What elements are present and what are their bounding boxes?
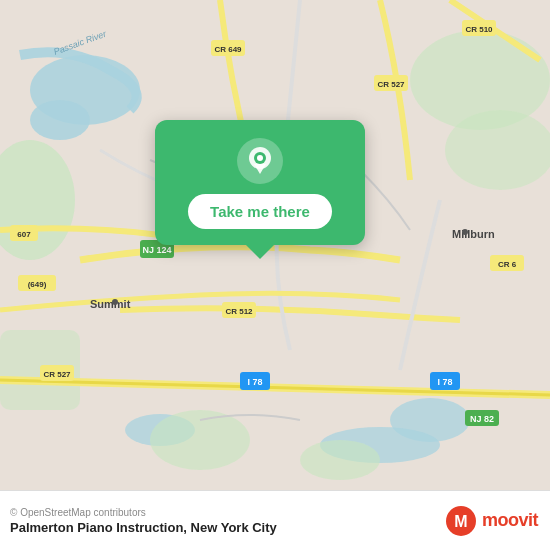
svg-point-8 bbox=[445, 110, 550, 190]
svg-text:CR 6: CR 6 bbox=[498, 260, 517, 269]
moovit-logo: M moovit bbox=[445, 505, 538, 537]
location-pin-icon bbox=[247, 146, 273, 176]
svg-text:CR 527: CR 527 bbox=[43, 370, 71, 379]
bottom-bar: © OpenStreetMap contributors Palmerton P… bbox=[0, 490, 550, 550]
svg-point-2 bbox=[30, 100, 90, 140]
svg-marker-44 bbox=[254, 164, 266, 174]
svg-text:CR 510: CR 510 bbox=[465, 25, 493, 34]
svg-text:NJ 124: NJ 124 bbox=[142, 245, 171, 255]
attribution-text: © OpenStreetMap contributors bbox=[10, 507, 277, 518]
take-me-there-button[interactable]: Take me there bbox=[188, 194, 332, 229]
moovit-brand-icon: M bbox=[445, 505, 477, 537]
svg-text:M: M bbox=[454, 513, 467, 530]
svg-text:Summit: Summit bbox=[90, 298, 131, 310]
location-icon-wrap bbox=[237, 138, 283, 184]
svg-text:Millburn: Millburn bbox=[452, 228, 495, 240]
svg-text:I 78: I 78 bbox=[247, 377, 262, 387]
svg-point-43 bbox=[257, 155, 263, 161]
moovit-brand-text: moovit bbox=[482, 510, 538, 531]
svg-text:CR 512: CR 512 bbox=[225, 307, 253, 316]
place-name-text: Palmerton Piano Instruction, New York Ci… bbox=[10, 520, 277, 535]
svg-point-11 bbox=[300, 440, 380, 480]
svg-text:CR 649: CR 649 bbox=[214, 45, 242, 54]
map-svg: I 78 I 78 NJ 124 CR 512 CR 649 CR 527 CR… bbox=[0, 0, 550, 490]
map-container: I 78 I 78 NJ 124 CR 512 CR 649 CR 527 CR… bbox=[0, 0, 550, 490]
svg-text:(649): (649) bbox=[28, 280, 47, 289]
svg-text:NJ 82: NJ 82 bbox=[470, 414, 494, 424]
svg-text:CR 527: CR 527 bbox=[377, 80, 405, 89]
bottom-text: © OpenStreetMap contributors Palmerton P… bbox=[10, 507, 277, 535]
svg-text:I 78: I 78 bbox=[437, 377, 452, 387]
popup-card[interactable]: Take me there bbox=[155, 120, 365, 245]
svg-point-35 bbox=[112, 299, 118, 305]
svg-point-37 bbox=[462, 229, 468, 235]
